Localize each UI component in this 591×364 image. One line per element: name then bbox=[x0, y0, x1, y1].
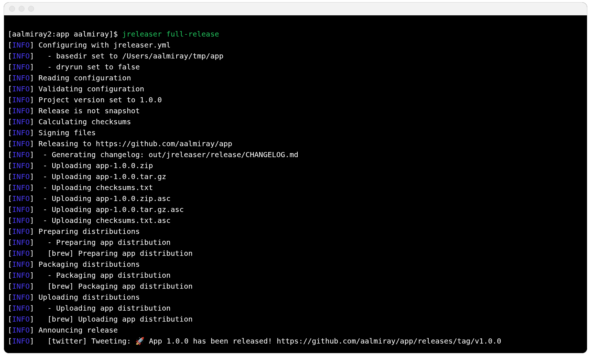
terminal-window: [aalmiray2:app aalmiray]$ jreleaser full… bbox=[4, 2, 587, 353]
log-message: Release is not snapshot bbox=[34, 106, 140, 115]
log-bracket-close: ] bbox=[30, 117, 34, 126]
log-level: INFO bbox=[12, 249, 30, 258]
log-bracket-close: ] bbox=[30, 73, 34, 82]
log-message: - Uploading app-1.0.0.zip.asc bbox=[34, 194, 170, 203]
log-bracket-close: ] bbox=[30, 62, 34, 71]
log-level: INFO bbox=[12, 183, 30, 192]
log-message: Reading configuration bbox=[34, 73, 131, 82]
log-bracket-close: ] bbox=[30, 282, 34, 291]
log-level: INFO bbox=[12, 62, 30, 71]
log-level: INFO bbox=[12, 128, 30, 137]
log-bracket-close: ] bbox=[30, 249, 34, 258]
log-bracket-close: ] bbox=[30, 172, 34, 181]
log-bracket-open: [ bbox=[8, 62, 12, 71]
log-bracket-close: ] bbox=[30, 216, 34, 225]
log-bracket-open: [ bbox=[8, 227, 12, 236]
log-line: [INFO] Preparing distributions bbox=[8, 226, 583, 237]
log-bracket-close: ] bbox=[30, 128, 34, 137]
log-message: Validating configuration bbox=[34, 84, 144, 93]
log-level: INFO bbox=[12, 238, 30, 247]
log-line: [INFO] Release is not snapshot bbox=[8, 105, 583, 116]
log-level: INFO bbox=[12, 52, 30, 60]
log-level: INFO bbox=[12, 139, 30, 148]
log-line: [INFO] - Packaging app distribution bbox=[8, 270, 583, 281]
log-bracket-close: ] bbox=[30, 315, 34, 323]
log-bracket-open: [ bbox=[8, 249, 12, 258]
log-level: INFO bbox=[12, 41, 30, 49]
log-line: [INFO] Signing files bbox=[8, 127, 583, 138]
log-bracket-open: [ bbox=[8, 183, 12, 192]
log-bracket-close: ] bbox=[30, 271, 34, 280]
log-line: [INFO] - basedir set to /Users/aalmiray/… bbox=[8, 50, 583, 61]
log-bracket-open: [ bbox=[8, 205, 12, 214]
log-bracket-open: [ bbox=[8, 326, 12, 334]
log-message: Packaging distributions bbox=[34, 260, 140, 269]
log-line: [INFO] Announcing release bbox=[8, 325, 583, 335]
log-bracket-open: [ bbox=[8, 260, 12, 269]
log-line: [INFO] Validating configuration bbox=[8, 83, 583, 94]
log-message: - Generating changelog: out/jreleaser/re… bbox=[34, 150, 298, 159]
log-line: [INFO] [brew] Preparing app distribution bbox=[8, 248, 583, 259]
log-level: INFO bbox=[12, 260, 30, 269]
log-message: - Uploading app distribution bbox=[34, 304, 170, 312]
log-level: INFO bbox=[12, 117, 30, 126]
terminal-output[interactable]: [aalmiray2:app aalmiray]$ jreleaser full… bbox=[4, 15, 587, 353]
log-line: [INFO] - Uploading app-1.0.0.tar.gz.asc bbox=[8, 204, 583, 215]
log-bracket-close: ] bbox=[30, 150, 34, 159]
window-close-button[interactable] bbox=[9, 6, 15, 12]
log-bracket-open: [ bbox=[8, 128, 12, 137]
log-level: INFO bbox=[12, 73, 30, 82]
log-bracket-open: [ bbox=[8, 216, 12, 225]
log-level: INFO bbox=[12, 106, 30, 115]
log-bracket-close: ] bbox=[30, 304, 34, 312]
log-bracket-close: ] bbox=[30, 293, 34, 302]
log-bracket-open: [ bbox=[8, 194, 12, 203]
log-level: INFO bbox=[12, 150, 30, 159]
log-bracket-close: ] bbox=[30, 41, 34, 49]
log-level: INFO bbox=[12, 216, 30, 225]
log-level: INFO bbox=[12, 304, 30, 312]
log-bracket-open: [ bbox=[8, 172, 12, 181]
log-line: [INFO] - Preparing app distribution bbox=[8, 237, 583, 248]
log-message: Project version set to 1.0.0 bbox=[34, 95, 162, 104]
log-bracket-open: [ bbox=[8, 150, 12, 159]
log-bracket-open: [ bbox=[8, 139, 12, 148]
log-bracket-close: ] bbox=[30, 227, 34, 236]
log-bracket-close: ] bbox=[30, 183, 34, 192]
log-message: - Packaging app distribution bbox=[34, 271, 170, 280]
log-line: [INFO] Configuring with jreleaser.yml bbox=[8, 39, 583, 50]
log-level: INFO bbox=[12, 95, 30, 104]
log-line: [INFO] - Uploading app-1.0.0.zip bbox=[8, 160, 583, 171]
log-message: - Uploading app-1.0.0.tar.gz bbox=[34, 172, 166, 181]
log-message: - Uploading app-1.0.0.zip bbox=[34, 161, 153, 170]
log-bracket-close: ] bbox=[30, 139, 34, 148]
log-bracket-open: [ bbox=[8, 337, 12, 345]
log-message: - Uploading app-1.0.0.tar.gz.asc bbox=[34, 205, 184, 214]
log-message: - Uploading checksums.txt bbox=[34, 183, 153, 192]
log-line: [INFO] - Uploading app distribution bbox=[8, 303, 583, 314]
log-bracket-open: [ bbox=[8, 106, 12, 115]
log-line: [INFO] [twitter] Tweeting: 🚀 App 1.0.0 h… bbox=[8, 335, 583, 346]
log-line: [INFO] - Uploading checksums.txt bbox=[8, 182, 583, 193]
log-line: [INFO] Packaging distributions bbox=[8, 259, 583, 270]
log-message: Calculating checksums bbox=[34, 117, 131, 126]
log-line: [INFO] Project version set to 1.0.0 bbox=[8, 94, 583, 105]
log-level: INFO bbox=[12, 337, 30, 345]
log-level: INFO bbox=[12, 205, 30, 214]
log-message: Configuring with jreleaser.yml bbox=[34, 41, 170, 49]
log-line: [INFO] Reading configuration bbox=[8, 72, 583, 83]
shell-prompt: [aalmiray2:app aalmiray]$ bbox=[8, 30, 122, 38]
log-line: [INFO] [brew] Packaging app distribution bbox=[8, 281, 583, 292]
window-minimize-button[interactable] bbox=[19, 6, 25, 12]
log-message: [brew] Uploading app distribution bbox=[34, 315, 192, 323]
log-line: [INFO] Calculating checksums bbox=[8, 116, 583, 127]
log-message: - Uploading checksums.txt.asc bbox=[34, 216, 170, 225]
log-line: [INFO] - Uploading app-1.0.0.tar.gz bbox=[8, 171, 583, 182]
log-bracket-close: ] bbox=[30, 194, 34, 203]
log-line: [INFO] Uploading distributions bbox=[8, 292, 583, 303]
log-message: [twitter] Tweeting: 🚀 App 1.0.0 has been… bbox=[34, 337, 501, 345]
log-line: [INFO] - dryrun set to false bbox=[8, 61, 583, 72]
window-zoom-button[interactable] bbox=[28, 6, 34, 12]
log-bracket-open: [ bbox=[8, 117, 12, 126]
log-bracket-close: ] bbox=[30, 238, 34, 247]
